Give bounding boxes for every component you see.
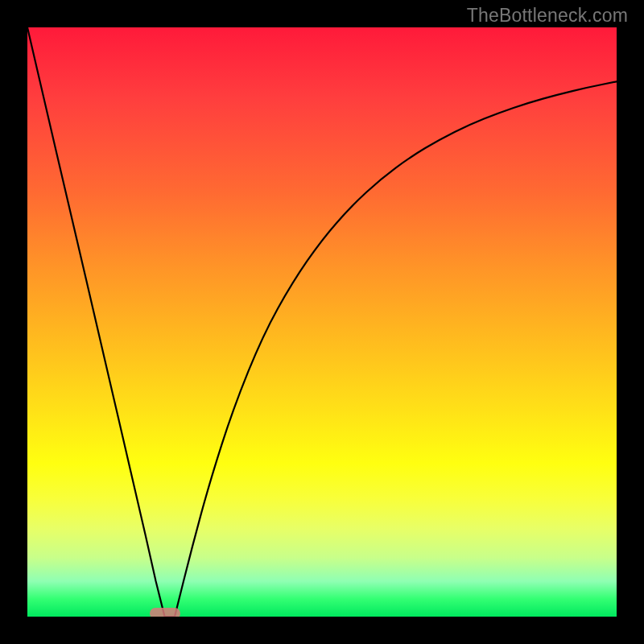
watermark-text: TheBottleneck.com — [467, 5, 628, 27]
bottleneck-curve — [27, 27, 617, 617]
chart-frame: TheBottleneck.com — [0, 0, 644, 644]
plot-area — [27, 27, 617, 617]
optimal-point-marker — [150, 608, 180, 617]
